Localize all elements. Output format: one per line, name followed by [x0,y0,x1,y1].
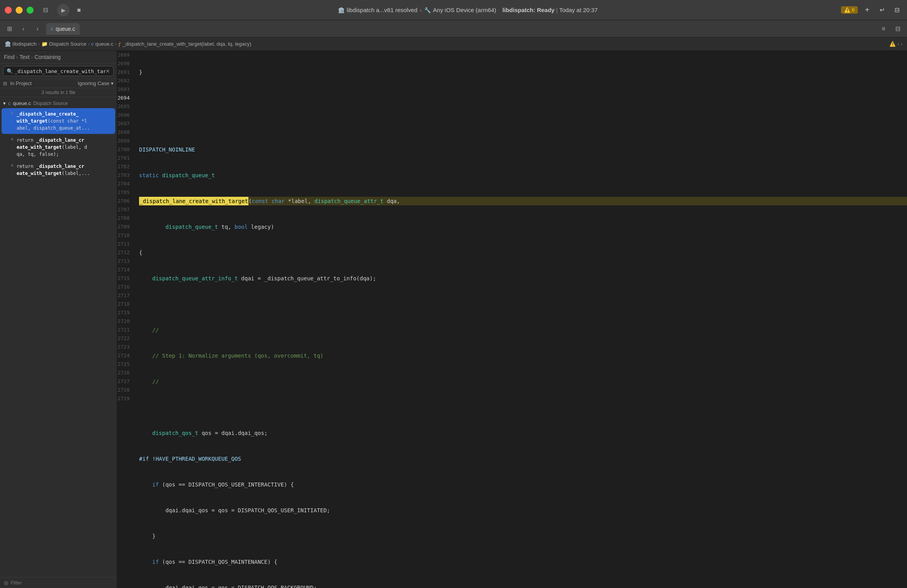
line-num-2715: 2715 [117,274,134,283]
line-num-2691: 2691 [117,68,134,77]
return-icon[interactable]: ↵ [877,5,887,16]
result-group: ▾ c queue.c Dispatch Source ≡ _dispatch_… [0,97,117,181]
line-num-2729: 2729 [117,394,134,403]
scope-row: ⊟ In Project Ignoring Case ▾ [0,79,117,88]
result-text-2: return _dispatch_lane_create_with_target… [16,137,87,158]
filter-icon: ◎ [4,580,8,586]
search-input-wrap[interactable]: 🔍 ✕ [3,66,114,76]
sidebar-toggle-icon[interactable]: ⊟ [40,5,51,16]
containing-label: Containing [34,54,61,60]
breadcrumb-nav-back[interactable]: ‹ [897,41,899,47]
breadcrumb-folder-icon: 📁 [41,41,48,47]
line-num-2690: 2690 [117,59,134,68]
result-text-1: _dispatch_lane_create_with_target(const … [16,110,90,132]
code-line-2690 [139,94,907,102]
project-name: libdispatch a...v81 resolved [347,7,418,13]
code-line-2699: // [139,326,907,334]
case-label: Ignoring Case [78,80,109,86]
case-selector[interactable]: Ignoring Case ▾ [78,80,114,86]
line-num-2703: 2703 [117,171,134,180]
dropdown-chevron-icon: ▾ [111,80,114,86]
line-num-2696: 2696 [117,111,134,119]
adjust-icon[interactable]: ⊟ [892,23,903,34]
code-line-2696: { [139,248,907,257]
code-line-2701: // [139,377,907,386]
group-chevron-icon: ▾ [3,100,6,106]
sep-2: › [31,54,33,60]
breadcrumb-source[interactable]: Dispatch Source [49,41,86,47]
line-num-2698: 2698 [117,128,134,137]
code-line-2689: } [139,68,907,77]
result-item-3[interactable]: ≡ return _dispatch_lane_create_with_targ… [2,160,115,179]
warning-count: 6 [852,7,855,13]
close-button[interactable] [5,7,12,14]
stop-button[interactable]: ■ [73,4,85,16]
warning-badge[interactable]: ⚠️ 6 [841,6,858,14]
line-num-2721: 2721 [117,326,134,334]
result-item-2[interactable]: ≡ return _dispatch_lane_create_with_targ… [2,134,115,160]
run-button[interactable]: ▶ [57,4,70,16]
line-num-2705: 2705 [117,188,134,197]
line-num-2720: 2720 [117,317,134,326]
code-line-2693: static dispatch_queue_t [139,171,907,180]
code-area[interactable]: 2689 2690 2691 2692 2693 2694 2695 2696 … [117,51,907,588]
device-name: Any iOS Device (arm64) [433,7,496,13]
result-group-header[interactable]: ▾ c queue.c Dispatch Source [0,99,117,108]
toolbar: ⊞ ‹ › c queue.c ≡ ⊟ [0,20,907,37]
maximize-button[interactable] [27,7,34,14]
line-num-2712: 2712 [117,248,134,257]
result-item-1[interactable]: ≡ _dispatch_lane_create_with_target(cons… [2,108,115,134]
line-num-2717: 2717 [117,291,134,300]
code-content[interactable]: } DISPATCH_NOINLINE static dispatch_queu… [139,51,907,588]
c-file-icon: c [51,26,54,32]
find-label: Find [4,54,14,60]
line-num-2718: 2718 [117,300,134,308]
grid-icon[interactable]: ⊞ [4,23,15,34]
breadcrumb-project[interactable]: libdispatch [12,41,36,47]
find-breadcrumb: Find › Text › Containing [0,51,117,64]
lines-icon[interactable]: ≡ [878,23,889,34]
line-num-2728: 2728 [117,386,134,394]
code-line-2706: dqai.dqai_qos = qos = DISPATCH_QOS_USER_… [139,506,907,515]
line-num-2710: 2710 [117,231,134,240]
time-text: Today at 20:37 [559,7,598,13]
filter-input[interactable] [11,580,113,586]
minimize-button[interactable] [16,7,23,14]
search-input[interactable] [14,68,105,74]
breadcrumb-func-icon: ƒ [118,41,121,47]
traffic-lights [5,7,34,14]
results-count: 3 results in 1 file [0,88,117,97]
split-view-icon[interactable]: ⊟ [891,5,902,16]
code-line-2697: dispatch_queue_attr_info_t dqai = _dispa… [139,274,907,283]
code-line-2692: DISPATCH_NOINLINE [139,145,907,154]
line-num-2726: 2726 [117,369,134,377]
breadcrumb-warn-icon: ⚠️ [889,41,896,47]
code-line-2695: dispatch_queue_t tq, bool legacy) [139,223,907,231]
sidebar: Find › Text › Containing 🔍 ✕ ⊟ In Projec… [0,51,117,588]
back-icon[interactable]: ‹ [18,23,29,34]
results-list: ▾ c queue.c Dispatch Source ≡ _dispatch_… [0,97,117,577]
result-icon-2: ≡ [11,137,13,141]
breadcrumb-chevron-2: › [88,41,89,47]
line-num-2722: 2722 [117,334,134,343]
result-icon-1: ≡ [11,110,13,115]
breadcrumb-chevron-3: › [115,41,116,47]
titlebar-center: 🏛️ libdispatch a...v81 resolved › 🔧 Any … [95,7,841,13]
sep-1: › [16,54,18,60]
line-num-2707: 2707 [117,205,134,214]
forward-icon[interactable]: › [32,23,43,34]
tab-queue-c[interactable]: c queue.c [46,23,80,35]
line-numbers: 2689 2690 2691 2692 2693 2694 2695 2696 … [117,51,139,588]
search-icon: 🔍 [7,68,13,74]
add-button[interactable]: + [862,5,873,16]
breadcrumb-file[interactable]: queue.c [95,41,113,47]
search-row: 🔍 ✕ [0,64,117,79]
breadcrumb-nav-forward[interactable]: › [901,41,902,47]
breadcrumb-function[interactable]: _dispatch_lane_create_with_target(label,… [123,41,252,47]
editor: 2689 2690 2691 2692 2693 2694 2695 2696 … [117,51,907,588]
clear-search-button[interactable]: ✕ [105,68,110,74]
code-line-2705: if (qos == DISPATCH_QOS_USER_INTERACTIVE… [139,480,907,489]
line-num-2699: 2699 [117,137,134,145]
status-info: libdispatch: Ready | Today at 20:37 [502,7,598,13]
result-icon-3: ≡ [11,163,13,167]
